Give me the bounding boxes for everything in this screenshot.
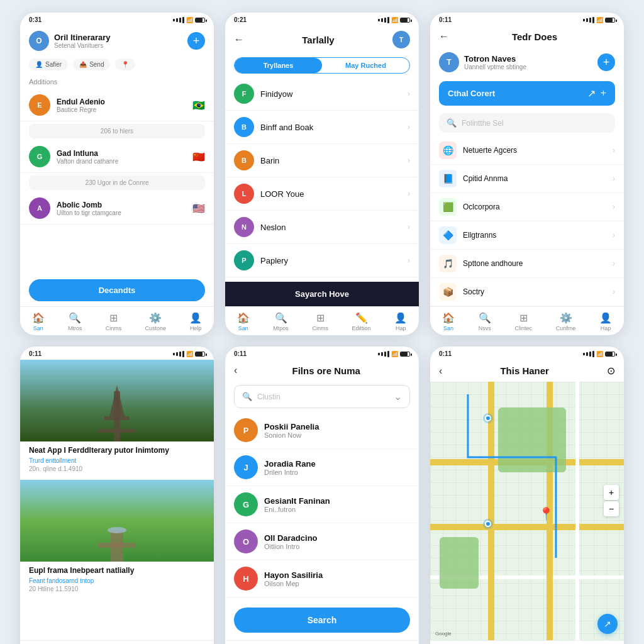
svg-rect-1: [104, 416, 130, 420]
person-icon-3: 👤: [599, 312, 612, 324]
nav-cunfme-3[interactable]: ⚙️ Cunfme: [556, 312, 576, 331]
nav-mtpos-2[interactable]: 🔍 Mtpos: [273, 312, 289, 331]
nav-hap-2[interactable]: 👤 Hap: [394, 312, 407, 331]
menu-barin[interactable]: B Barin ›: [225, 144, 419, 177]
nav-custone-1[interactable]: ⚙️ Custone: [145, 312, 167, 331]
fountain-svg: [20, 505, 214, 562]
nav-help-1[interactable]: 👤 Help: [189, 312, 202, 331]
tab-mayruched[interactable]: May Ruched: [322, 58, 409, 73]
news-link-1[interactable]: Trurd enttollment: [29, 457, 205, 464]
filter-bar-5[interactable]: 🔍 Clustin ⌄: [234, 385, 410, 408]
action-safier[interactable]: 👤 Safier: [29, 58, 68, 70]
app-netuerte[interactable]: 🌐 Netuerte Agcers ›: [430, 136, 624, 165]
decandts-button[interactable]: Decandts: [29, 279, 205, 301]
member-item-2[interactable]: G Gad Intluna Vafton drand cathanre 🇨🇳: [20, 141, 214, 173]
search-bar-3[interactable]: 🔍 Folintthe Sel: [439, 113, 615, 133]
status-bar-1: 0:31 📶: [20, 13, 214, 26]
nav-clintec-3[interactable]: ⊞ Clintec: [514, 312, 532, 331]
news-meta-2: 20 Htline 11.5910: [29, 586, 205, 592]
map-view[interactable]: 📍 + − Google ↗: [430, 382, 624, 640]
add-button-3[interactable]: +: [597, 53, 615, 71]
nav-nsvs-3[interactable]: 🔍 Nsvs: [479, 312, 491, 331]
status-bar-6: 0:11 📶: [430, 347, 624, 360]
filter-placeholder: Clustin: [257, 392, 389, 401]
flag-icon-1: 🇧🇷: [192, 99, 205, 111]
person-3[interactable]: G Gesianlt Faninan Eni..futron: [225, 486, 419, 523]
cta-label-3: Cthal Corert: [448, 89, 495, 98]
signal-icon-4: [173, 351, 184, 357]
back-button-2[interactable]: ←: [234, 34, 244, 45]
bottom-nav-2: 🏠 San 🔍 Mtpos ⊞ Cinms ✏️ Edittion 👤 Hap: [225, 306, 419, 335]
safier-icon: 👤: [35, 61, 43, 68]
member-avatar-1: E: [29, 94, 50, 116]
zoom-in-button[interactable]: +: [604, 485, 619, 500]
back-button-5[interactable]: ‹: [234, 365, 237, 376]
bottom-nav-1: 🏠 San 🔍 Mtros ⊞ Cinms ⚙️ Custone 👤 Help: [20, 306, 214, 335]
zoom-out-button[interactable]: −: [604, 501, 619, 516]
news-link-2[interactable]: Feant fandosarnd tntop: [29, 577, 205, 584]
app-spttone[interactable]: 🎵 Spttone andhoure ›: [430, 250, 624, 278]
chevron-icon-2: ›: [408, 123, 410, 131]
chevron-app-4: ›: [613, 231, 615, 240]
menu-paplery[interactable]: P Paplery ›: [225, 244, 419, 277]
nav-cinms-1[interactable]: ⊞ Cinms: [106, 312, 122, 331]
add-button-1[interactable]: +: [187, 32, 205, 50]
person-avatar-1: P: [234, 418, 258, 442]
app-soctry[interactable]: 📦 Soctry ›: [430, 278, 624, 306]
status-bar-2: 0:21 📶: [225, 13, 419, 26]
location-btn-6[interactable]: ⊙: [607, 365, 615, 377]
back-button-6[interactable]: ‹: [439, 365, 442, 377]
search-button-5[interactable]: Search: [234, 608, 410, 633]
edit-icon-2: ✏️: [355, 312, 368, 324]
app-list: 🌐 Netuerte Agcers › 📘 Cpitid Annma › 🟩 O…: [430, 136, 624, 306]
dark-bar-2[interactable]: Sayarch Hove: [225, 282, 419, 306]
app-ellgranns[interactable]: 🔷 Ellgtranns ›: [430, 221, 624, 250]
nav-san-2[interactable]: 🏠 San: [237, 312, 250, 331]
person-info-4: Oll Daradcino Oitlion Intro: [264, 533, 410, 550]
signal-icon-2: [378, 17, 389, 23]
member-item-3[interactable]: A Abolic Jomb Uilton to tigr ctamgcare 🇺…: [20, 192, 214, 225]
person-1[interactable]: P Poskii Panelia Sonion Now: [225, 412, 419, 449]
menu-binff[interactable]: B Binff and Boak ›: [225, 111, 419, 144]
members-list: E Endul Adenio Bautice Regre 🇧🇷 206 to h…: [20, 89, 214, 274]
app-cpitid[interactable]: 📘 Cpitid Annma ›: [430, 165, 624, 193]
news-item-2[interactable]: Eupl frama Inebpeart natlially Feant fan…: [20, 480, 214, 597]
action-bar-1: 👤 Safier 📤 Send 📍: [20, 56, 214, 75]
app-grid: 0:31 📶 O Oril Itinerarary Setenal Vanitu…: [20, 13, 624, 644]
action-send[interactable]: 📤 Send: [73, 58, 110, 70]
nav-san-1[interactable]: 🏠 San: [32, 312, 45, 331]
person-4[interactable]: O Oll Daradcino Oitlion Intro: [225, 523, 419, 560]
back-button-3[interactable]: ←: [439, 31, 449, 42]
action-location[interactable]: 📍: [115, 58, 135, 70]
news-item-1[interactable]: Neat App I Ferddlterary putor Inimtomy T…: [20, 360, 214, 477]
tab-bar-2: Tryllanes May Ruched: [234, 57, 410, 74]
navigation-icon: ↗: [604, 619, 611, 629]
person-avatar-5: H: [234, 567, 258, 591]
map-park-2: [440, 537, 479, 589]
map-title: This Haner: [447, 365, 602, 376]
menu-avatar-4: L: [234, 184, 254, 204]
itinerary-subtitle: Setenal Vanituers: [54, 42, 182, 49]
map-fab-button[interactable]: ↗: [597, 614, 618, 634]
search-icon-2: 🔍: [275, 312, 287, 324]
battery-icon-1: [195, 18, 205, 23]
app-oclcorpora[interactable]: 🟩 Oclcorpora ›: [430, 193, 624, 221]
person-info-3: Gesianlt Faninan Eni..futron: [264, 496, 410, 513]
menu-loor[interactable]: L LOOR Youe ›: [225, 177, 419, 211]
member-item-1[interactable]: E Endul Adenio Bautice Regre 🇧🇷: [20, 89, 214, 121]
person-5[interactable]: H Hayon Sasiliria Oilson Mep: [225, 560, 419, 597]
nav-cinms-2[interactable]: ⊞ Cinms: [312, 312, 328, 331]
nav-mtros-1[interactable]: 🔍 Mtros: [68, 312, 82, 331]
cta-button-3[interactable]: Cthal Corert ↗ +: [439, 81, 615, 106]
tab-tryllanes[interactable]: Tryllanes: [235, 58, 322, 73]
wifi-icon-2: 📶: [391, 17, 398, 23]
menu-finidyow[interactable]: F Finidyow ›: [225, 77, 419, 111]
nav-hap-3[interactable]: 👤 Hap: [599, 312, 612, 331]
person-2[interactable]: J Joradia Rane Drilen Intro: [225, 449, 419, 486]
tarlally-header: ← Tarlally T: [225, 26, 419, 53]
wifi-icon-3: 📶: [596, 17, 603, 23]
person-info-2: Joradia Rane Drilen Intro: [264, 459, 410, 476]
nav-edittion-2[interactable]: ✏️ Edittion: [352, 312, 371, 331]
nav-san-3[interactable]: 🏠 San: [442, 312, 455, 331]
menu-neslon[interactable]: N Neslon ›: [225, 211, 419, 244]
